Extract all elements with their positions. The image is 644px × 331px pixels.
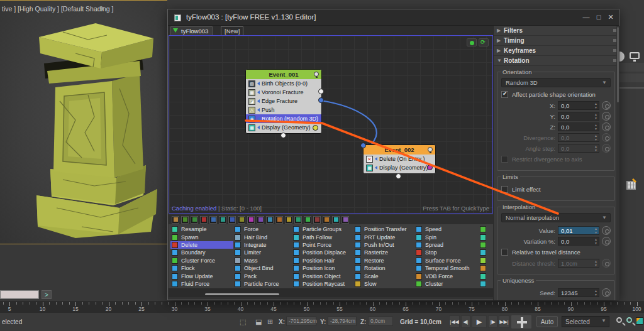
- refresh-button[interactable]: ⟳: [479, 38, 489, 46]
- depot-category-tab-1[interactable]: [172, 216, 179, 224]
- operator-voronoi-fracture[interactable]: ▦Voronoi Fracture: [246, 88, 321, 97]
- key-filters-dropdown[interactable]: Selected▼: [562, 316, 609, 327]
- value-field[interactable]: 0,01▲▼: [558, 226, 599, 235]
- depot-item-cluster[interactable]: Cluster: [414, 280, 479, 288]
- previous-frame-button[interactable]: ◀|: [461, 315, 470, 328]
- depot-item-push-in-out[interactable]: Push In/Out: [353, 241, 414, 249]
- edit-table-icon[interactable]: [626, 181, 636, 190]
- node-event-001[interactable]: Event_001 ▧Birth Objects (0-0)▦Voronoi F…: [245, 69, 322, 134]
- depot-item-boundary[interactable]: Boundary: [170, 249, 233, 256]
- zoom-region-icon[interactable]: [626, 317, 632, 323]
- depot-category-tab-15[interactable]: [304, 216, 311, 224]
- depot-category-tab-5[interactable]: [209, 216, 217, 224]
- event-001-output-port[interactable]: [280, 133, 286, 138]
- auto-key-button[interactable]: Auto: [536, 316, 558, 327]
- event-002-output-port[interactable]: [396, 173, 401, 179]
- z-coord-field[interactable]: 0,0cm: [368, 317, 393, 326]
- timeline-ruler[interactable]: 5101520253035404550556065707580859095100: [0, 301, 644, 312]
- depot-item-item[interactable]: [479, 249, 491, 256]
- depot-category-tab-13[interactable]: [285, 216, 292, 224]
- depot-item-scale[interactable]: Scale: [353, 272, 414, 279]
- checkbox[interactable]: [501, 249, 508, 256]
- animate-key-icon[interactable]: [602, 122, 611, 131]
- depot-item-position-transfer[interactable]: Position Transfer: [353, 225, 414, 233]
- section-filters[interactable]: ▶Filters: [494, 26, 619, 36]
- depot-item-speed[interactable]: Speed: [414, 225, 479, 233]
- depot-item-integrate[interactable]: Integrate: [233, 241, 292, 249]
- event-001-header[interactable]: Event_001: [246, 70, 321, 79]
- output-port-display-2[interactable]: [427, 165, 433, 170]
- output-port-edge-fracture[interactable]: [318, 97, 324, 103]
- section-keyframes[interactable]: ▶Keyframes: [494, 46, 619, 56]
- depot-item-delete[interactable]: Delete: [170, 241, 233, 249]
- affect-orientation-checkbox-row[interactable]: Affect particle shape orientation: [501, 91, 611, 98]
- y-field[interactable]: 0,0▲▼: [558, 112, 599, 121]
- depot-item-spin[interactable]: Spin: [414, 233, 479, 241]
- depot-item-cluster-force[interactable]: Cluster Force: [170, 257, 233, 264]
- depot-category-tab-9[interactable]: [247, 216, 255, 224]
- node-graph-canvas[interactable]: Event_001 ▧Birth Objects (0-0)▦Voronoi F…: [169, 35, 493, 214]
- depot-item-spawn[interactable]: Spawn: [170, 233, 233, 241]
- selection-region-icon[interactable]: ⬚: [240, 318, 246, 326]
- depot-category-tab-8[interactable]: [238, 216, 245, 224]
- orientation-dropdown[interactable]: Random 3D▼: [501, 78, 611, 87]
- panel-scrollbar[interactable]: [616, 26, 619, 300]
- depot-item-restore[interactable]: Restore: [353, 257, 414, 264]
- depot-category-tab-7[interactable]: [228, 216, 236, 224]
- zoom-icon[interactable]: [616, 317, 622, 323]
- viewport-filter-icon[interactable]: ▼: [99, 5, 106, 12]
- depot-category-tab-14[interactable]: [294, 216, 302, 224]
- depot-category-tab-16[interactable]: [313, 216, 321, 224]
- checkbox[interactable]: [501, 91, 508, 98]
- section-timing[interactable]: ▶Timing: [494, 36, 619, 46]
- depot-item-position-displace[interactable]: Position Displace: [292, 249, 353, 256]
- maximize-button[interactable]: □: [594, 13, 604, 23]
- depot-item-rasterize[interactable]: Rasterize: [353, 249, 414, 256]
- depot-item-item[interactable]: [479, 241, 491, 249]
- depot-item-position-hair[interactable]: Position Hair: [292, 257, 353, 264]
- depot-item-vdb-force[interactable]: VDB Force: [414, 272, 479, 279]
- minimize-button[interactable]: —: [581, 13, 591, 23]
- section-rotation[interactable]: ▼Rotation: [494, 56, 619, 66]
- listener-run-button[interactable]: >: [42, 290, 52, 299]
- operator-birth-objects-0-0[interactable]: ▧Birth Objects (0-0): [246, 79, 321, 88]
- depot-category-tab-4[interactable]: [200, 216, 208, 224]
- depot-item-item[interactable]: [479, 272, 491, 279]
- depot-item-flock[interactable]: Flock: [170, 264, 233, 272]
- animate-key-icon[interactable]: [602, 101, 611, 110]
- depot-category-tab-17[interactable]: [323, 216, 330, 224]
- event-002-header[interactable]: Event_002: [364, 145, 435, 155]
- next-frame-button[interactable]: |▶: [488, 315, 497, 328]
- x-field[interactable]: 0,0▲▼: [558, 101, 599, 110]
- depot-item-prt-update[interactable]: PRT Update: [353, 233, 414, 241]
- depot-category-tab-19[interactable]: [341, 216, 349, 224]
- operator-display-geometry[interactable]: ▦Display (Geometry): [246, 123, 321, 132]
- absolute-mode-icon[interactable]: ⊞: [267, 318, 273, 326]
- set-keys-button[interactable]: [511, 315, 532, 329]
- particle-view-button[interactable]: [467, 38, 477, 46]
- depot-item-temporal-smooth[interactable]: Temporal Smooth: [414, 264, 479, 272]
- maxscript-mini-listener[interactable]: [0, 290, 39, 299]
- depot-scrollbar-thumb[interactable]: [205, 293, 279, 295]
- depot-category-tab-10[interactable]: [257, 216, 264, 224]
- bulb-icon[interactable]: [428, 147, 433, 152]
- depot-item-particle-groups[interactable]: Particle Groups: [292, 225, 353, 233]
- depot-category-tab-12[interactable]: [275, 216, 283, 224]
- lock-selection-icon[interactable]: ⬓: [255, 318, 262, 326]
- depot-item-item[interactable]: [479, 257, 491, 264]
- bulb-icon[interactable]: [314, 72, 319, 77]
- go-to-start-button[interactable]: |◀◀: [449, 315, 460, 328]
- depot-item-slow[interactable]: Slow: [353, 280, 414, 288]
- depot-item-path-follow[interactable]: Path Follow: [292, 233, 353, 241]
- depot-item-position-object[interactable]: Position Object: [292, 272, 353, 279]
- depot-item-mass[interactable]: Mass: [233, 257, 292, 264]
- tab-tyflow003[interactable]: tyFlow003: [170, 26, 213, 35]
- variation-field[interactable]: 0,0▲▼: [558, 237, 599, 246]
- depot-category-tab-6[interactable]: [219, 216, 226, 224]
- viewport-3d[interactable]: tive ] [High Quality ] [Default Shading …: [0, 0, 167, 244]
- depot-item-resample[interactable]: Resample: [170, 225, 233, 233]
- depot-item-limiter[interactable]: Limiter: [233, 249, 292, 256]
- depot-item-object-bind[interactable]: Object Bind: [233, 264, 292, 272]
- seed-field[interactable]: 12345▲▼: [558, 288, 599, 297]
- limit-effect-checkbox-row[interactable]: Limit effect: [501, 186, 611, 193]
